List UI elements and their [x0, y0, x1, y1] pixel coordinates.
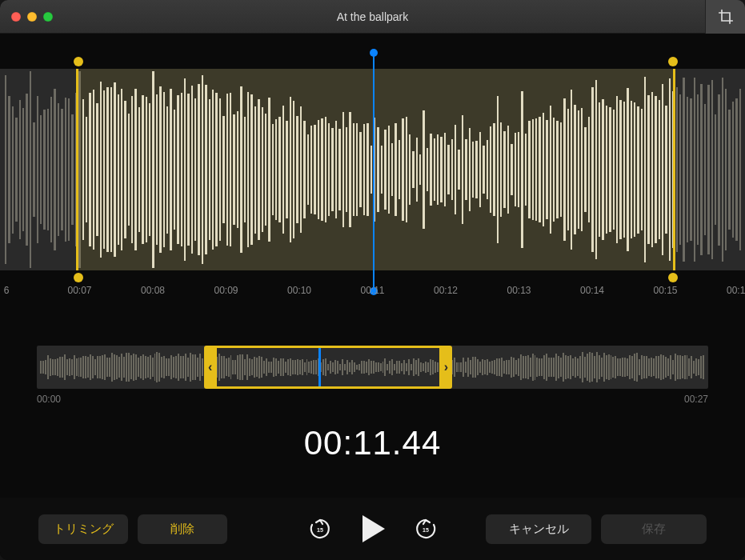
current-time-display: 00:11.44 [0, 424, 745, 462]
trim-mode-button[interactable] [705, 0, 745, 34]
bottom-toolbar: トリミング 削除 15 15 [0, 498, 745, 560]
svg-text:15: 15 [317, 527, 323, 533]
skip-forward-icon: 15 [414, 517, 438, 541]
traffic-lights [11, 12, 53, 22]
trim-selection[interactable] [76, 69, 675, 270]
play-button[interactable] [359, 514, 387, 544]
main-waveform[interactable] [0, 61, 745, 280]
overview-handle-left-icon[interactable]: ‹ [208, 360, 212, 374]
window-title: At the ballpark [0, 10, 745, 23]
time-tick: 00:12 [434, 285, 458, 296]
minimize-window-button[interactable] [27, 12, 37, 22]
time-tick: 00:10 [287, 285, 311, 296]
trim-handle-end-bottom[interactable] [668, 273, 678, 282]
time-tick: 00:09 [214, 285, 238, 296]
zoom-window-button[interactable] [43, 12, 53, 22]
trim-button[interactable]: トリミング [38, 514, 128, 544]
overview-handle-right-icon[interactable]: › [444, 360, 448, 374]
trim-handle-start-bottom[interactable] [74, 273, 83, 282]
titlebar: At the ballpark [0, 0, 745, 34]
time-tick: 00:16 [727, 285, 745, 296]
time-tick: 6 [4, 285, 10, 296]
window: At the ballpark 600:0700:0800:0900:1000:… [0, 0, 745, 560]
trim-handle-end-top[interactable] [668, 57, 678, 66]
skip-forward-button[interactable]: 15 [414, 517, 438, 541]
crop-icon [718, 9, 734, 25]
overview-playhead[interactable] [318, 348, 321, 386]
editor-area: 600:0700:0800:0900:1000:1100:1200:1300:1… [0, 61, 745, 462]
time-tick: 00:15 [653, 285, 677, 296]
transport-controls: 15 15 [308, 514, 438, 544]
cancel-button[interactable]: キャンセル [486, 514, 591, 544]
overview-end-time: 00:27 [684, 394, 708, 405]
playhead[interactable] [373, 53, 375, 291]
save-button[interactable]: 保存 [601, 514, 707, 544]
overview-start-time: 00:00 [37, 394, 61, 405]
skip-back-button[interactable]: 15 [308, 517, 332, 541]
time-tick: 00:13 [507, 285, 531, 296]
overview-waveform[interactable]: ‹ › [37, 346, 708, 389]
time-tick: 00:14 [580, 285, 604, 296]
close-window-button[interactable] [11, 12, 21, 22]
svg-text:15: 15 [423, 527, 429, 533]
time-ruler: 600:0700:0800:0900:1000:1100:1200:1300:1… [0, 285, 745, 302]
delete-button[interactable]: 削除 [138, 514, 227, 544]
trim-handle-start-top[interactable] [74, 57, 83, 66]
overview-selection[interactable]: ‹ › [214, 346, 442, 389]
time-tick: 00:07 [67, 285, 91, 296]
time-tick: 00:08 [141, 285, 165, 296]
overview-time-labels: 00:00 00:27 [37, 394, 708, 406]
play-icon [359, 514, 387, 544]
skip-back-icon: 15 [308, 517, 332, 541]
time-tick: 00:11 [360, 285, 384, 296]
